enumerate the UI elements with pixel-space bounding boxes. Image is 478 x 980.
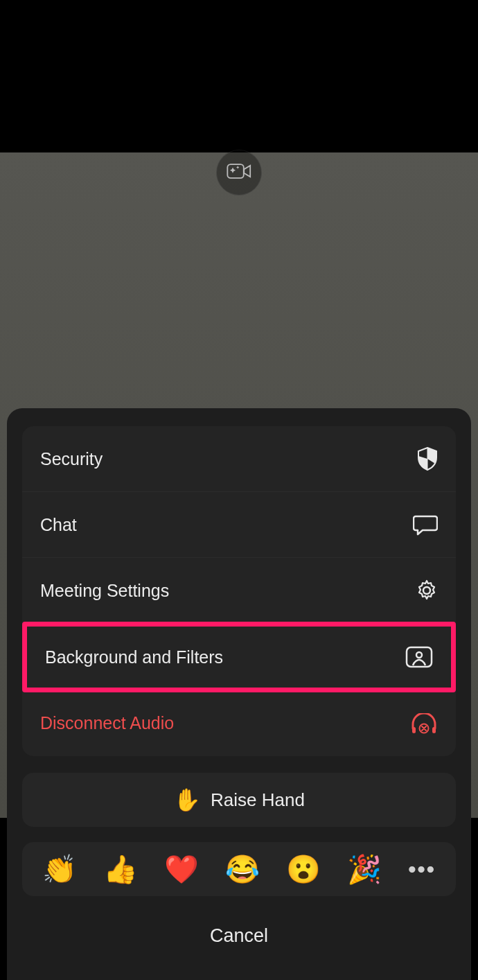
- menu-item-background-filters[interactable]: Background and Filters: [27, 627, 451, 688]
- reaction-thumbs-up[interactable]: 👍: [103, 853, 138, 886]
- more-options-sheet: Security Chat: [7, 408, 471, 980]
- cancel-label: Cancel: [210, 925, 268, 947]
- reaction-joy[interactable]: 😂: [225, 853, 260, 886]
- menu-item-label: Disconnect Audio: [40, 713, 174, 733]
- svg-point-3: [416, 652, 422, 658]
- reaction-wow[interactable]: 😮: [286, 853, 321, 886]
- shield-icon: [417, 447, 438, 471]
- svg-point-1: [423, 587, 430, 594]
- menu-item-security[interactable]: Security: [22, 426, 456, 492]
- menu-item-chat[interactable]: Chat: [22, 492, 456, 558]
- menu-item-meeting-settings[interactable]: Meeting Settings: [22, 558, 456, 624]
- menu-item-label: Background and Filters: [45, 647, 223, 667]
- reaction-tada[interactable]: 🎉: [347, 853, 382, 886]
- highlight-background-filters: Background and Filters: [22, 622, 456, 692]
- menu-item-disconnect-audio[interactable]: Disconnect Audio: [22, 690, 456, 756]
- background-icon: [405, 646, 433, 668]
- headphones-x-icon: [410, 713, 438, 734]
- menu-item-label: Chat: [40, 515, 77, 535]
- video-sparkle-icon: [227, 161, 251, 184]
- screen: Security Chat: [0, 0, 478, 980]
- raise-hand-button[interactable]: ✋ Raise Hand: [22, 773, 456, 827]
- svg-rect-5: [432, 727, 436, 733]
- raise-hand-emoji: ✋: [173, 787, 201, 813]
- menu-card: Security Chat: [22, 426, 456, 756]
- menu-item-label: Security: [40, 449, 103, 469]
- gear-icon: [416, 579, 438, 602]
- raise-hand-label: Raise Hand: [211, 789, 305, 811]
- svg-rect-0: [227, 164, 243, 178]
- video-effects-button[interactable]: [216, 150, 262, 195]
- chat-icon: [413, 514, 438, 536]
- cancel-button[interactable]: Cancel: [22, 911, 456, 960]
- reaction-heart[interactable]: ❤️: [164, 853, 199, 886]
- menu-item-label: Meeting Settings: [40, 581, 169, 601]
- reaction-row: 👏 👍 ❤️ 😂 😮 🎉 •••: [22, 842, 456, 896]
- reaction-more-icon[interactable]: •••: [408, 857, 436, 882]
- reaction-clap[interactable]: 👏: [42, 853, 77, 886]
- svg-rect-4: [412, 727, 416, 733]
